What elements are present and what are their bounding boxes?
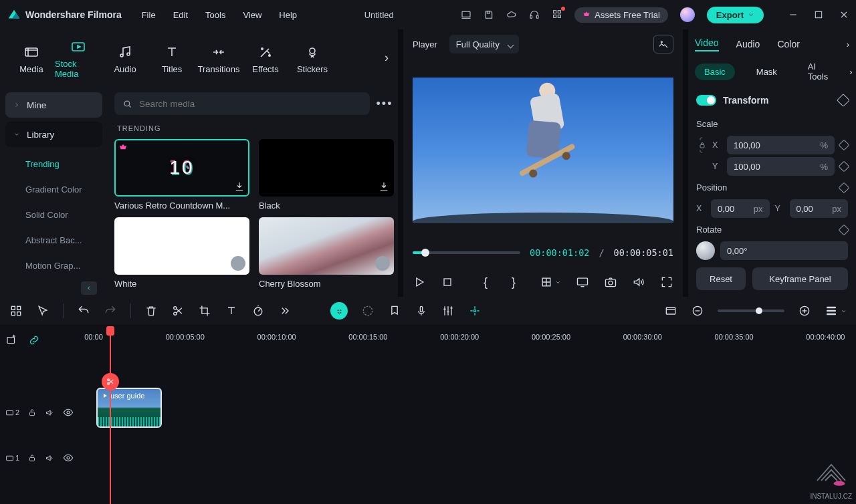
snapshot-settings-button[interactable] [653,35,673,53]
tracks-icon[interactable] [9,304,23,318]
timeline-view-button[interactable] [825,304,847,318]
menu-file[interactable]: File [142,10,156,20]
reset-button[interactable]: Reset [696,267,746,290]
play-button[interactable] [413,275,426,289]
preview-scrubber[interactable] [413,251,520,254]
split-button[interactable] [171,304,185,318]
subtab-basic[interactable]: Basic [695,64,735,80]
text-tool-button[interactable] [225,304,238,318]
sidebar-item-motion[interactable]: Motion Grap... [5,253,102,278]
scale-x-input[interactable]: 100,00% [727,136,835,154]
sidebar-collapse-button[interactable] [81,281,97,295]
sidebar-item-gradient[interactable]: Gradient Color [5,176,102,202]
volume-button[interactable] [632,275,645,289]
subtab-aitools[interactable]: AI Tools [798,58,837,85]
preview-canvas[interactable] [413,78,673,223]
media-card[interactable]: Cherry Blossom [259,217,394,289]
media-tabs-more[interactable]: › [381,44,393,71]
menu-help[interactable]: Help [279,10,297,20]
rotate-input[interactable]: 0,00° [720,241,848,260]
media-card[interactable]: Black [259,139,394,211]
timeline-ruler[interactable]: 00:00 00:00:05:00 00:00:10:00 00:00:15:0… [94,329,856,346]
inspector-tab-color[interactable]: Color [777,39,799,49]
toolbar-more-button[interactable] [278,304,292,318]
undo-button[interactable] [77,304,90,318]
zoom-slider[interactable] [718,309,784,312]
zoom-out-button[interactable] [691,304,704,318]
select-tool-icon[interactable] [36,304,49,318]
lock-icon[interactable] [27,453,37,463]
export-button[interactable]: Export [707,7,764,23]
assets-trial-button[interactable]: Assets Free Trial [574,7,668,23]
mark-in-button[interactable]: { [484,275,497,289]
position-y-input[interactable]: 0,00px [790,199,849,218]
subtab-mask[interactable]: Mask [747,64,786,80]
scale-x-keyframe[interactable] [839,140,850,151]
audio-mixer-button[interactable] [441,304,455,318]
download-icon[interactable] [233,180,245,193]
track-header-v1[interactable]: 1 [5,437,88,479]
tab-transitions[interactable]: Transitions [195,44,242,74]
fullscreen-button[interactable] [660,275,673,289]
speed-button[interactable] [251,304,265,318]
save-icon[interactable] [484,9,494,20]
device-icon[interactable] [461,9,471,20]
preview-tab-player[interactable]: Player [413,39,437,49]
crop-button[interactable] [198,304,211,318]
sidebar-item-abstract[interactable]: Abstract Bac... [5,227,102,253]
redo-button[interactable] [104,304,117,318]
media-list-more-button[interactable]: ••• [375,97,394,111]
voiceover-button[interactable] [415,304,428,318]
inspector-subtabs-more[interactable]: › [849,67,852,77]
playhead[interactable] [110,328,111,504]
rotate-keyframe[interactable] [839,224,850,235]
transform-toggle[interactable] [696,95,716,106]
apps-icon[interactable] [552,9,562,21]
sidebar-library[interactable]: Library [5,122,102,147]
track-lane-v2[interactable]: user guide [94,388,856,429]
lock-icon[interactable] [27,408,37,417]
stop-button[interactable] [441,275,454,289]
menu-tools[interactable]: Tools [205,10,225,20]
download-icon[interactable] [378,180,390,193]
media-card[interactable]: 10 Various Retro Countdown M... [114,139,249,211]
sidebar-item-solid[interactable]: Solid Color [5,202,102,227]
tab-stock-media[interactable]: Stock Media [55,39,102,79]
ai-button[interactable] [330,302,348,320]
position-keyframe[interactable] [839,182,850,193]
inspector-tab-audio[interactable]: Audio [736,39,760,49]
tab-effects[interactable]: Effects [242,44,289,74]
timeline-clip[interactable]: user guide [96,388,162,428]
tab-media[interactable]: Media [8,44,55,74]
media-card[interactable]: White [114,217,249,289]
headphones-icon[interactable] [529,9,540,20]
tab-stickers[interactable]: Stickers [289,44,336,74]
add-track-button[interactable] [5,334,17,346]
snap-button[interactable] [468,304,481,318]
split-marker[interactable] [102,373,119,390]
mute-icon[interactable] [45,453,55,463]
sidebar-item-trending[interactable]: Trending [5,151,102,176]
marker-button[interactable] [388,304,401,318]
lock-icon[interactable] [698,141,706,149]
window-close-icon[interactable] [839,9,849,20]
link-button[interactable] [28,334,40,346]
delete-button[interactable] [144,304,158,318]
mark-out-button[interactable]: } [512,275,525,289]
window-minimize-icon[interactable] [788,9,798,20]
scale-y-input[interactable]: 100,00% [727,157,835,176]
transform-keyframe[interactable] [837,94,850,107]
search-input[interactable] [139,99,362,109]
menu-view[interactable]: View [243,10,261,20]
sidebar-mine[interactable]: Mine [5,92,102,118]
rotate-dial[interactable] [696,241,715,260]
track-lane-v1[interactable] [94,433,856,475]
visibility-icon[interactable] [63,453,74,463]
inspector-tabs-more[interactable]: › [847,39,849,49]
scale-y-keyframe[interactable] [839,161,850,172]
tab-titles[interactable]: Titles [148,44,195,74]
window-maximize-icon[interactable] [813,9,824,20]
cloud-icon[interactable] [506,9,517,20]
tab-audio[interactable]: Audio [102,44,148,74]
menu-edit[interactable]: Edit [173,10,188,20]
